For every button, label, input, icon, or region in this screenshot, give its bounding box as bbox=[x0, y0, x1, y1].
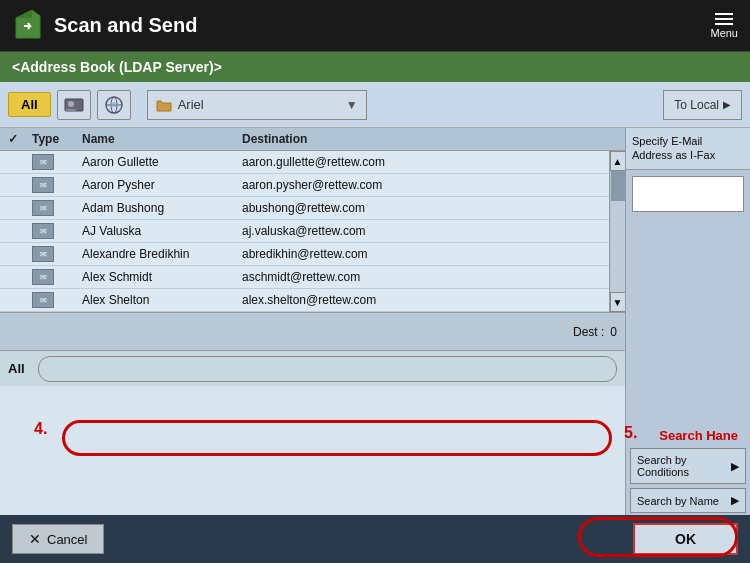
cancel-x-icon: ✕ bbox=[29, 531, 41, 547]
table-row[interactable]: ✉ AJ Valuska aj.valuska@rettew.com bbox=[0, 220, 609, 243]
address-book-label: <Address Book (LDAP Server)> bbox=[12, 59, 222, 75]
email-input-box[interactable] bbox=[632, 176, 744, 212]
row-type: ✉ bbox=[32, 223, 82, 239]
contact-name: Aaron Pysher bbox=[82, 178, 242, 192]
contact-list: ✓ Type Name Destination ✉ Aaron Gullette… bbox=[0, 128, 625, 515]
dropdown-arrow-icon: ▼ bbox=[346, 98, 358, 112]
table-row[interactable]: ✉ Alex Shelton alex.shelton@rettew.com bbox=[0, 289, 609, 312]
search-name-label: Search by Name bbox=[637, 495, 719, 507]
contact-dest: abredikhin@rettew.com bbox=[242, 247, 601, 261]
ariel-label: Ariel bbox=[178, 97, 204, 112]
scroll-thumb[interactable] bbox=[611, 171, 625, 201]
ariel-dropdown[interactable]: Ariel ▼ bbox=[147, 90, 367, 120]
email-type-icon: ✉ bbox=[32, 269, 54, 285]
list-scrollbar[interactable]: ▲ ▼ bbox=[609, 151, 625, 312]
contact-dest: abushong@rettew.com bbox=[242, 201, 601, 215]
contact-dest: aaron.gullette@rettew.com bbox=[242, 155, 601, 169]
search-all-label: All bbox=[8, 361, 32, 376]
svg-rect-8 bbox=[110, 102, 118, 107]
menu-button[interactable]: Menu bbox=[710, 13, 738, 39]
scroll-up-button[interactable]: ▲ bbox=[610, 151, 626, 171]
svg-rect-4 bbox=[66, 109, 76, 111]
sidebar-spacer bbox=[626, 218, 750, 446]
email-type-icon: ✉ bbox=[32, 154, 54, 170]
dest-bar: Dest : 0 bbox=[0, 312, 625, 350]
table-row[interactable]: ✉ Alexandre Bredikhin abredikhin@rettew.… bbox=[0, 243, 609, 266]
scroll-track bbox=[611, 171, 625, 292]
search-conditions-button[interactable]: Search by Conditions ▶ bbox=[630, 448, 746, 484]
row-type: ✉ bbox=[32, 200, 82, 216]
cancel-button[interactable]: ✕ Cancel bbox=[12, 524, 104, 554]
email-type-icon: ✉ bbox=[32, 246, 54, 262]
table-row[interactable]: ✉ Aaron Gullette aaron.gullette@rettew.c… bbox=[0, 151, 609, 174]
search-name-button[interactable]: Search by Name ▶ bbox=[630, 488, 746, 513]
right-sidebar: Specify E-Mail Address as I-Fax Search b… bbox=[625, 128, 750, 515]
main-content: ✓ Type Name Destination ✉ Aaron Gullette… bbox=[0, 128, 750, 515]
all-button[interactable]: All bbox=[8, 92, 51, 117]
toolbar: All Ariel ▼ To Local ▶ bbox=[0, 82, 750, 128]
search-conditions-arrow-icon: ▶ bbox=[731, 460, 739, 473]
email-type-icon: ✉ bbox=[32, 177, 54, 193]
contact-dest: aschmidt@rettew.com bbox=[242, 270, 601, 284]
email-type-icon: ✉ bbox=[32, 223, 54, 239]
header-type: Type bbox=[32, 132, 82, 146]
contact-name: Alex Shelton bbox=[82, 293, 242, 307]
scroll-down-button[interactable]: ▼ bbox=[610, 292, 626, 312]
globe-icon bbox=[104, 96, 124, 114]
header-name: Name bbox=[82, 132, 242, 146]
search-name-arrow-icon: ▶ bbox=[731, 494, 739, 507]
header-destination: Destination bbox=[242, 132, 617, 146]
dest-count: 0 bbox=[610, 325, 617, 339]
contact-dest: aaron.pysher@rettew.com bbox=[242, 178, 601, 192]
globe-icon-button[interactable] bbox=[97, 90, 131, 120]
contact-name: AJ Valuska bbox=[82, 224, 242, 238]
footer: ✕ Cancel OK bbox=[0, 515, 750, 563]
to-local-arrow-icon: ▶ bbox=[723, 99, 731, 110]
row-type: ✉ bbox=[32, 246, 82, 262]
address-book-bar: <Address Book (LDAP Server)> bbox=[0, 52, 750, 82]
search-hane-label: Search Hane bbox=[659, 428, 738, 443]
email-type-icon: ✉ bbox=[32, 292, 54, 308]
contact-dest: aj.valuska@rettew.com bbox=[242, 224, 601, 238]
specify-email-label: Specify E-Mail Address as I-Fax bbox=[626, 128, 750, 170]
email-type-icon: ✉ bbox=[32, 200, 54, 216]
annotation-step4: 4. bbox=[34, 420, 52, 438]
contact-icon-button[interactable] bbox=[57, 90, 91, 120]
cancel-label: Cancel bbox=[47, 532, 87, 547]
table-row[interactable]: ✉ Adam Bushong abushong@rettew.com bbox=[0, 197, 609, 220]
contact-name: Adam Bushong bbox=[82, 201, 242, 215]
folder-icon bbox=[156, 98, 172, 112]
svg-point-3 bbox=[68, 101, 74, 107]
annotation-step5: 5. bbox=[624, 424, 642, 442]
list-inner: ✉ Aaron Gullette aaron.gullette@rettew.c… bbox=[0, 151, 609, 312]
table-row[interactable]: ✉ Alex Schmidt aschmidt@rettew.com bbox=[0, 266, 609, 289]
search-input[interactable] bbox=[38, 356, 617, 382]
scan-send-icon bbox=[12, 10, 44, 42]
table-row[interactable]: ✉ Aaron Pysher aaron.pysher@rettew.com bbox=[0, 174, 609, 197]
contact-name: Alexandre Bredikhin bbox=[82, 247, 242, 261]
contact-icon bbox=[64, 97, 84, 113]
search-row: All bbox=[0, 350, 625, 386]
header: Scan and Send Menu bbox=[0, 0, 750, 52]
menu-label: Menu bbox=[710, 27, 738, 39]
to-local-button[interactable]: To Local ▶ bbox=[663, 90, 742, 120]
row-type: ✉ bbox=[32, 154, 82, 170]
dest-label: Dest : bbox=[573, 325, 604, 339]
contact-name: Alex Schmidt bbox=[82, 270, 242, 284]
list-area: ✉ Aaron Gullette aaron.gullette@rettew.c… bbox=[0, 151, 625, 312]
contact-name: Aaron Gullette bbox=[82, 155, 242, 169]
page-title: Scan and Send bbox=[54, 14, 710, 37]
row-type: ✉ bbox=[32, 269, 82, 285]
search-conditions-label: Search by Conditions bbox=[637, 454, 731, 478]
ok-button[interactable]: OK bbox=[633, 523, 738, 555]
to-local-label: To Local bbox=[674, 98, 719, 112]
row-type: ✉ bbox=[32, 177, 82, 193]
contact-dest: alex.shelton@rettew.com bbox=[242, 293, 601, 307]
header-check: ✓ bbox=[8, 132, 32, 146]
row-type: ✉ bbox=[32, 292, 82, 308]
list-header: ✓ Type Name Destination bbox=[0, 128, 625, 151]
